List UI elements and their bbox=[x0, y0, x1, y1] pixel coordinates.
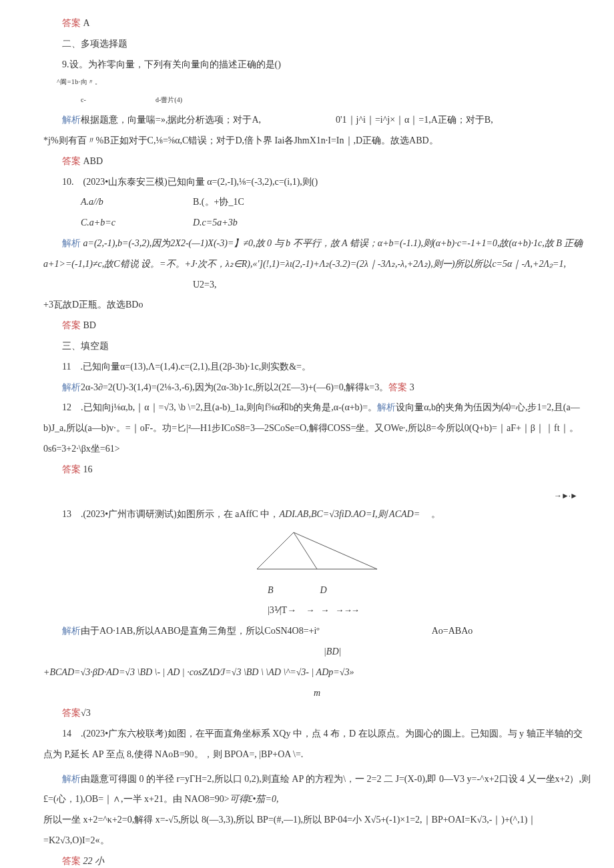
jx-label: 解析 bbox=[62, 382, 81, 392]
section-heading: 三、填空题 bbox=[43, 336, 591, 357]
q9-optC: c- bbox=[62, 93, 156, 107]
q9-stem: 9.设。为祚零向量，下列有关向量向的描述正确的是() bbox=[43, 55, 591, 75]
answer-label: 答案 bbox=[62, 856, 81, 866]
jx-label: 解析 bbox=[62, 115, 81, 125]
answer-text: BD bbox=[83, 320, 96, 330]
q11-stem: 11 .已知向量α=(13),Λ=(1,4).c=(2,1),且(2β-3b)·… bbox=[43, 357, 591, 378]
jx-label: 解析 bbox=[62, 238, 81, 248]
triangle-figure bbox=[43, 529, 591, 580]
answer-label: 答案 bbox=[62, 464, 81, 474]
answer-label: 答案 bbox=[62, 320, 81, 330]
fig-label-B: B bbox=[268, 585, 274, 595]
svg-marker-0 bbox=[257, 532, 377, 569]
answer-text: 3 bbox=[410, 382, 414, 392]
jx-label: 解析 bbox=[62, 774, 81, 784]
q14-mid: 可得£•茄=0, bbox=[230, 794, 279, 804]
q10-optB: B.(。+协_1C bbox=[193, 197, 244, 207]
q13-stem-c: 。 bbox=[431, 509, 440, 519]
q10-optC: C.a+b=c bbox=[62, 213, 193, 234]
q13-arrows: → → → →→ bbox=[306, 605, 358, 615]
q10-jx: a=(2,-1),b=(-3,2),因为2X2-(—1)X(-3)=】≠0,故 … bbox=[43, 238, 583, 269]
answer-text: A bbox=[83, 18, 90, 28]
jx-label: 解析 bbox=[62, 626, 81, 636]
answer-label: 答案 bbox=[62, 156, 81, 166]
q13-jx2: +BCAD=√3·βD·AD=√3 \BD \- | AD | ·cosZΛD⁄… bbox=[43, 663, 591, 683]
jx-label: 解析 bbox=[377, 402, 396, 412]
q13-frac: |3⅟|T→ bbox=[268, 605, 296, 615]
answer-label: 答案 bbox=[62, 18, 81, 28]
separator-arrows: →►·► bbox=[43, 487, 591, 504]
answer-text: ABD bbox=[83, 156, 103, 166]
q10-optA: A.a//b bbox=[62, 192, 193, 213]
answer-text: √3 bbox=[81, 708, 91, 718]
q10-stem: 10. (2023•山东泰安三模)已知向量 α=(2,-I),⅛=(-3,2),… bbox=[43, 172, 591, 193]
q13-stem-a: 13 .(2023•广州市调研测试)如图所示，在 aAffC 中， bbox=[62, 509, 279, 519]
q10-jx2: +3瓦故D正瓶。故选BDo bbox=[43, 295, 591, 316]
q9-jx2: 0'1｜j^i｜=i^j×｜α｜=1,A正确；对于B, bbox=[336, 115, 493, 125]
answer-text: 22 小 bbox=[83, 856, 105, 866]
q9-jx3: *j%则有百〃%B正如对于C,⅛=⅝α,C错误；对于D,倍卜界 Iai各JhmX… bbox=[43, 131, 591, 151]
q13-aoabao: Ao=ABAo bbox=[432, 626, 473, 636]
q9-jx1: 根据题意，向量喘=»,据此分析选项；对于A, bbox=[81, 115, 261, 125]
answer-label: 答案 bbox=[62, 708, 81, 718]
q13-fracd: |BD| bbox=[43, 642, 591, 663]
svg-line-1 bbox=[294, 532, 317, 569]
q12-stem: 12 .已知向j⅛α,b,｜α｜=√3, \b \=2,且(a-b)_1a,则向… bbox=[62, 402, 377, 412]
q14-stem: 14 .(2023•广东六校联考)如图，在平面直角坐标系 XQy 中，点 4 布… bbox=[43, 724, 591, 765]
fig-label-D: D bbox=[320, 585, 327, 595]
q11-jx: 2α-3∂=2(U)-3(1,4)=(2⅛-3,-6),因为(2α-3b)·1c… bbox=[81, 382, 388, 392]
q9-optA: ^阆=1b·向〃。 bbox=[43, 75, 591, 89]
q14-jx1: 由题意可得圆 0 的半径 r=yΓH=2,所以口 0,2),则直绘 AP 的方程… bbox=[43, 774, 591, 805]
answer-label: 答案 bbox=[388, 382, 407, 392]
q14-jx2: 所以一坐 x+2=^κ+2=0,解得 x=-√5,所以 8(—3,3),所以 B… bbox=[43, 810, 591, 851]
q9-optD: d-蕾片(4) bbox=[156, 96, 182, 103]
q10-jxu: U2=3, bbox=[193, 280, 217, 290]
answer-text: 16 bbox=[83, 464, 93, 474]
q13-m: m bbox=[43, 683, 591, 704]
q13-stem-b: ADI.AB,BC=√3fiD.AO=I,则 ACAD= bbox=[279, 509, 420, 519]
q10-optD: D.c=5a+3b bbox=[193, 218, 238, 228]
q13-jx1: 由于AO·1AB,所以AABO是直角三角型，所以CoSN4O8=+iº bbox=[81, 626, 320, 636]
section-heading: 二、多项选择题 bbox=[43, 34, 591, 55]
